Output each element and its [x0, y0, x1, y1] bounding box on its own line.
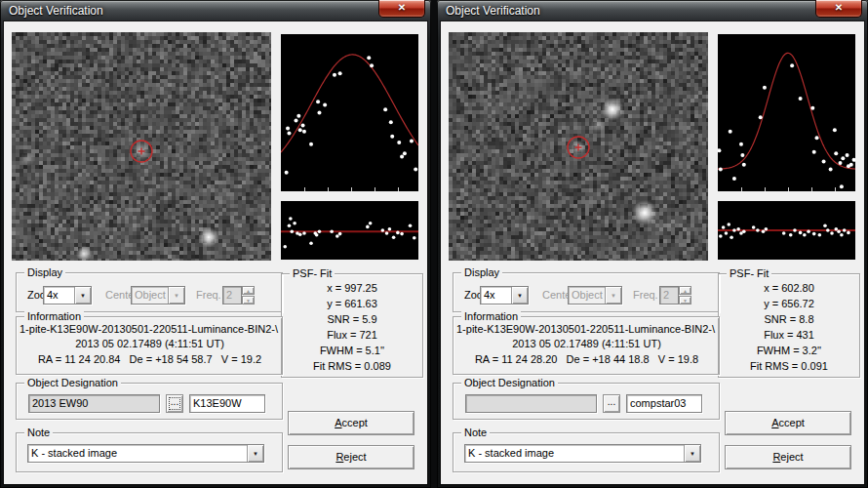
spin-down-icon: ▼: [242, 296, 255, 305]
psf-snr-value: SNR = 5.9: [282, 313, 422, 325]
note-group-label: Note: [24, 427, 53, 439]
center-value: Object: [572, 287, 605, 304]
packed-designation-field[interactable]: K13E90W: [189, 394, 265, 413]
chevron-down-icon[interactable]: ▼: [511, 287, 528, 304]
center-select: Object ▼: [131, 286, 185, 305]
psf-snr-value: SNR = 8.8: [719, 313, 859, 325]
psf-y-value: y = 656.72: [719, 298, 859, 309]
close-button[interactable]: ✕: [815, 0, 862, 18]
information-group: Information 1-pite-K13E90W-20130501-2205…: [453, 316, 720, 375]
note-group-label: Note: [461, 427, 490, 439]
psf-fit-group-label: PSF- Fit: [727, 267, 771, 280]
accept-button[interactable]: Accept: [288, 411, 414, 435]
center-value: Object: [135, 287, 168, 304]
psf-flux-value: Flux = 721: [282, 329, 422, 341]
psf-fit-group: PSF- Fit x = 997.25 y = 661.63 SNR = 5.9…: [281, 273, 423, 378]
display-group: Display Zoom 4x ▼ Center Object ▼ Freq. …: [16, 272, 283, 312]
psf-fwhm-value: FWHM = 3.2'': [719, 345, 859, 356]
freq-field: 2: [659, 286, 679, 305]
psf-residual-plot: [281, 201, 418, 260]
display-group-label: Display: [461, 266, 502, 279]
chevron-down-icon[interactable]: ▼: [74, 287, 91, 304]
psf-x-value: x = 602.80: [719, 282, 859, 294]
center-select: Object ▼: [568, 286, 622, 305]
info-line-coords: RA = 11 24 20.84 De = +18 54 58.7 V = 19…: [20, 353, 280, 365]
packed-designation-field[interactable]: compstar03: [626, 394, 702, 413]
object-designation-group-label: Object Designation: [461, 377, 558, 389]
freq-spinner: ▲ ▼: [679, 286, 691, 305]
freq-label: Freq.: [633, 286, 658, 305]
object-verification-window: Object Verification ✕ Display Zoom 4x ▼ …: [437, 0, 868, 488]
window-title: Object Verification: [446, 4, 540, 18]
object-verification-window: Object Verification ✕ Display Zoom 4x ▼ …: [0, 0, 431, 488]
dialog-client-area: Display Zoom 4x ▼ Center Object ▼ Freq. …: [441, 21, 864, 484]
star-field-image: [449, 32, 708, 261]
psf-fwhm-value: FWHM = 5.1'': [282, 345, 422, 356]
psf-fit-group-label: PSF- Fit: [290, 267, 335, 280]
spin-down-icon: ▼: [679, 296, 691, 305]
freq-label: Freq.: [196, 286, 221, 305]
accept-button[interactable]: Accept: [725, 411, 851, 435]
chevron-down-icon: ▼: [168, 287, 184, 304]
psf-y-value: y = 661.63: [282, 298, 422, 309]
psf-fit-plot: [718, 34, 855, 191]
psf-fit-group: PSF- Fit x = 602.80 y = 656.72 SNR = 8.8…: [718, 273, 860, 378]
close-button[interactable]: ✕: [378, 0, 425, 18]
spin-up-icon: ▲: [242, 286, 255, 295]
information-group: Information 1-pite-K13E90W-20130501-2205…: [16, 316, 283, 375]
zoom-value: 4x: [484, 287, 511, 304]
zoom-value: 4x: [47, 287, 74, 304]
info-line-coords: RA = 11 24 28.20 De = +18 44 18.8 V = 19…: [456, 353, 717, 365]
star-field-image: [12, 32, 271, 261]
chevron-down-icon: ▼: [605, 287, 621, 304]
note-value: K - stacked image: [31, 445, 247, 462]
reject-button[interactable]: Reject: [725, 445, 851, 469]
info-line-date: 2013 05 02.17489 (4:11:51 UT): [456, 338, 717, 349]
close-icon: ✕: [398, 2, 406, 13]
window-title: Object Verification: [9, 4, 103, 18]
psf-flux-value: Flux = 431: [719, 329, 859, 341]
reject-button[interactable]: Reject: [288, 445, 414, 469]
browse-button[interactable]: ...: [166, 394, 183, 413]
info-line-date: 2013 05 02.17489 (4:11:51 UT): [20, 338, 280, 349]
zoom-select[interactable]: 4x ▼: [480, 286, 529, 305]
psf-fitrms-value: Fit RMS = 0.091: [719, 360, 859, 372]
designation-field[interactable]: [465, 394, 597, 413]
freq-spinner: ▲ ▼: [242, 286, 255, 305]
titlebar[interactable]: Object Verification ✕: [437, 0, 868, 21]
chevron-down-icon[interactable]: ▼: [247, 445, 263, 462]
psf-x-value: x = 997.25: [282, 282, 422, 294]
note-select[interactable]: K - stacked image ▼: [27, 444, 264, 463]
freq-field: 2: [222, 286, 242, 305]
chevron-down-icon[interactable]: ▼: [684, 445, 700, 462]
designation-field[interactable]: 2013 EW90: [28, 394, 160, 413]
note-value: K - stacked image: [468, 445, 684, 462]
note-group: Note K - stacked image ▼: [16, 432, 283, 472]
object-designation-group-label: Object Designation: [24, 377, 121, 389]
info-line-filename: 1-pite-K13E90W-20130501-220511-Luminance…: [456, 323, 717, 335]
close-icon: ✕: [835, 2, 843, 13]
psf-fit-plot: [281, 34, 418, 191]
object-designation-group: Object Designation ... compstar03: [453, 383, 720, 420]
information-group-label: Information: [461, 310, 521, 323]
browse-button[interactable]: ...: [603, 394, 620, 413]
spin-up-icon: ▲: [679, 286, 691, 295]
note-group: Note K - stacked image ▼: [453, 432, 720, 472]
display-group: Display Zoom 4x ▼ Center Object ▼ Freq. …: [453, 272, 720, 312]
psf-fitrms-value: Fit RMS = 0.089: [282, 360, 422, 372]
zoom-select[interactable]: 4x ▼: [43, 286, 92, 305]
display-group-label: Display: [24, 266, 65, 279]
note-select[interactable]: K - stacked image ▼: [464, 444, 701, 463]
information-group-label: Information: [24, 310, 84, 323]
psf-residual-plot: [718, 201, 855, 260]
dialog-client-area: Display Zoom 4x ▼ Center Object ▼ Freq. …: [4, 21, 427, 484]
info-line-filename: 1-pite-K13E90W-20130501-220511-Luminance…: [20, 323, 280, 335]
titlebar[interactable]: Object Verification ✕: [0, 0, 431, 21]
object-designation-group: Object Designation 2013 EW90 ... K13E90W: [16, 383, 283, 420]
